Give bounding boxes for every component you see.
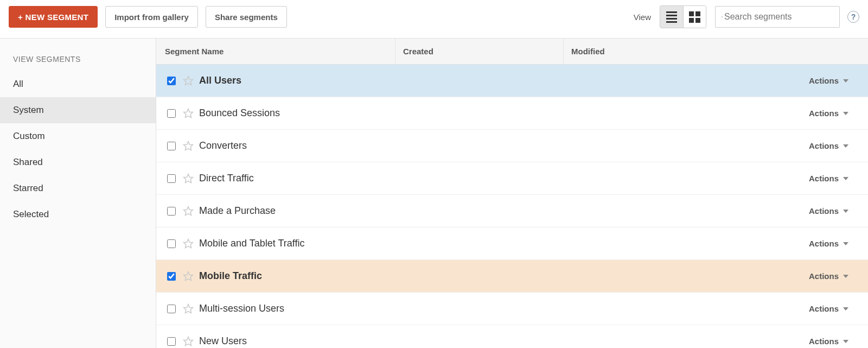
- row-checkbox[interactable]: [167, 272, 176, 281]
- actions-label: Actions: [809, 206, 839, 216]
- star-icon[interactable]: [183, 108, 194, 119]
- list-view-button[interactable]: [660, 6, 683, 28]
- toolbar: + NEW SEGMENT Import from gallery Share …: [0, 0, 868, 39]
- actions-label: Actions: [809, 109, 839, 118]
- svg-marker-4: [184, 141, 193, 150]
- new-segment-button[interactable]: + NEW SEGMENT: [9, 6, 98, 28]
- actions-menu[interactable]: Actions: [731, 271, 868, 281]
- actions-menu[interactable]: Actions: [731, 76, 868, 85]
- actions-label: Actions: [809, 271, 839, 281]
- grid-view-button[interactable]: [683, 6, 706, 28]
- actions-menu[interactable]: Actions: [731, 337, 868, 346]
- row-checkbox[interactable]: [167, 77, 176, 85]
- star-icon[interactable]: [183, 271, 194, 282]
- row-checkbox[interactable]: [167, 239, 176, 248]
- actions-menu[interactable]: Actions: [731, 239, 868, 248]
- actions-label: Actions: [809, 337, 839, 346]
- table-row[interactable]: Direct TrafficActions: [156, 162, 868, 195]
- actions-menu[interactable]: Actions: [731, 109, 868, 118]
- chevron-down-icon: [843, 112, 848, 115]
- segment-name: New Users: [199, 336, 247, 347]
- chevron-down-icon: [843, 177, 848, 180]
- actions-label: Actions: [809, 239, 839, 248]
- col-modified[interactable]: Modified: [563, 39, 731, 64]
- row-checkbox[interactable]: [167, 109, 176, 118]
- grid-icon: [689, 11, 700, 23]
- svg-point-0: [722, 16, 723, 17]
- svg-marker-9: [184, 304, 193, 313]
- col-segment-name[interactable]: Segment Name: [156, 47, 395, 56]
- svg-marker-10: [184, 337, 193, 345]
- chevron-down-icon: [843, 340, 848, 343]
- segment-name: Multi-session Users: [199, 303, 284, 314]
- sidebar-item-starred[interactable]: Starred: [0, 175, 156, 201]
- segment-name: Mobile and Tablet Traffic: [199, 238, 304, 249]
- actions-label: Actions: [809, 76, 839, 85]
- segment-name: Bounced Sessions: [199, 107, 280, 119]
- actions-menu[interactable]: Actions: [731, 174, 868, 183]
- svg-marker-3: [184, 109, 193, 117]
- star-icon[interactable]: [183, 75, 194, 86]
- segment-name: Converters: [199, 140, 247, 151]
- chevron-down-icon: [843, 144, 848, 148]
- row-checkbox[interactable]: [167, 305, 176, 313]
- sidebar-title: VIEW SEGMENTS: [0, 55, 156, 71]
- table-row[interactable]: Mobile TrafficActions: [156, 260, 868, 293]
- list-icon: [666, 11, 677, 23]
- sidebar-item-system[interactable]: System: [0, 97, 156, 123]
- row-checkbox[interactable]: [167, 174, 176, 183]
- segments-table: Segment Name Created Modified All UsersA…: [156, 39, 868, 348]
- svg-marker-7: [184, 239, 193, 248]
- sidebar: VIEW SEGMENTS AllSystemCustomSharedStarr…: [0, 39, 156, 348]
- svg-marker-8: [184, 271, 193, 280]
- table-row[interactable]: New UsersActions: [156, 325, 868, 348]
- star-icon[interactable]: [183, 303, 194, 314]
- col-created[interactable]: Created: [395, 39, 563, 64]
- actions-menu[interactable]: Actions: [731, 141, 868, 150]
- star-icon[interactable]: [183, 206, 194, 217]
- segment-name: Mobile Traffic: [199, 270, 262, 282]
- view-toggle: [660, 5, 706, 28]
- actions-label: Actions: [809, 141, 839, 150]
- row-checkbox[interactable]: [167, 142, 176, 150]
- chevron-down-icon: [843, 210, 848, 213]
- search-box[interactable]: [715, 6, 840, 28]
- table-row[interactable]: Mobile and Tablet TrafficActions: [156, 227, 868, 260]
- star-icon[interactable]: [183, 336, 194, 347]
- svg-marker-6: [184, 206, 193, 215]
- chevron-down-icon: [843, 275, 848, 278]
- search-input[interactable]: [723, 11, 834, 22]
- chevron-down-icon: [843, 307, 848, 311]
- help-button[interactable]: ?: [847, 11, 859, 23]
- share-segments-button[interactable]: Share segments: [206, 6, 287, 28]
- actions-menu[interactable]: Actions: [731, 304, 868, 313]
- svg-marker-5: [184, 174, 193, 182]
- sidebar-item-custom[interactable]: Custom: [0, 123, 156, 149]
- table-header: Segment Name Created Modified: [156, 39, 868, 65]
- actions-label: Actions: [809, 174, 839, 183]
- import-from-gallery-button[interactable]: Import from gallery: [105, 6, 198, 28]
- chevron-down-icon: [843, 79, 848, 83]
- table-row[interactable]: Made a PurchaseActions: [156, 195, 868, 227]
- view-label: View: [634, 12, 651, 22]
- actions-label: Actions: [809, 304, 839, 313]
- table-row[interactable]: All UsersActions: [156, 65, 868, 97]
- star-icon[interactable]: [183, 141, 194, 151]
- table-row[interactable]: Multi-session UsersActions: [156, 293, 868, 325]
- sidebar-item-selected[interactable]: Selected: [0, 201, 156, 227]
- table-row[interactable]: ConvertersActions: [156, 130, 868, 162]
- chevron-down-icon: [843, 242, 848, 245]
- star-icon[interactable]: [183, 173, 194, 184]
- svg-marker-2: [184, 76, 193, 85]
- row-checkbox[interactable]: [167, 337, 176, 346]
- sidebar-item-all[interactable]: All: [0, 71, 156, 97]
- segment-name: All Users: [199, 75, 241, 86]
- segment-name: Direct Traffic: [199, 173, 254, 184]
- table-row[interactable]: Bounced SessionsActions: [156, 97, 868, 130]
- segment-name: Made a Purchase: [199, 205, 276, 217]
- row-checkbox[interactable]: [167, 207, 176, 216]
- star-icon[interactable]: [183, 238, 194, 249]
- sidebar-item-shared[interactable]: Shared: [0, 149, 156, 175]
- actions-menu[interactable]: Actions: [731, 206, 868, 216]
